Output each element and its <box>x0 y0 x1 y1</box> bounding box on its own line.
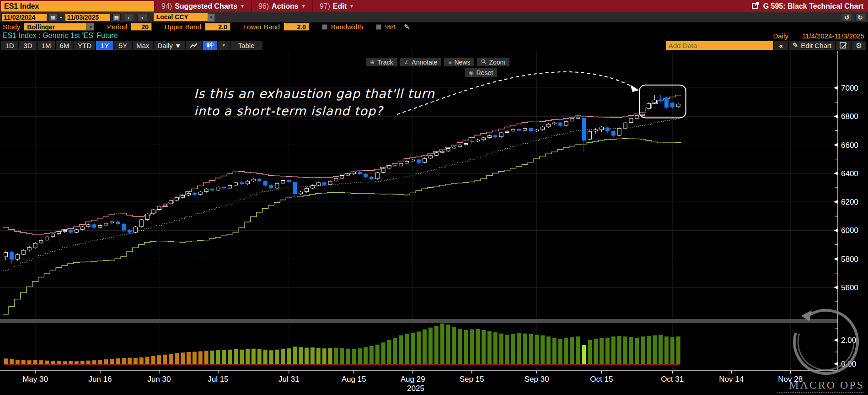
bandwidth-bar <box>647 336 651 364</box>
bandwidth-bar <box>529 334 533 364</box>
bandwidth-bar <box>423 330 427 364</box>
end-date-input[interactable]: 11/03/2025 <box>65 14 111 22</box>
price-axis-label: 6000 <box>841 226 858 235</box>
start-date-input[interactable]: 11/02/2024 <box>1 14 47 22</box>
upper-band-input[interactable]: 2.0 <box>205 23 230 31</box>
bandwidth-bar <box>216 350 220 364</box>
menu-suggested-charts[interactable]: 94) Suggested Charts ▼ <box>154 0 251 12</box>
redo-button[interactable]: ↻ <box>855 14 865 22</box>
security-ticker-input[interactable]: ES1 Index <box>1 1 154 11</box>
period-input[interactable]: 20 <box>131 23 152 31</box>
menu-actions[interactable]: 96) Actions ▼ <box>251 0 312 12</box>
bandwidth-bar <box>234 349 238 364</box>
bandwidth-bar <box>482 330 486 364</box>
candle-up <box>387 166 391 168</box>
calendar-icon[interactable]: ▦ <box>113 14 121 22</box>
bandwidth-bar <box>641 336 645 364</box>
bandwidth-bar <box>547 336 551 364</box>
study-select[interactable]: Bollinger <box>24 23 87 31</box>
currency-select[interactable]: Local CCY <box>154 13 208 21</box>
bandwidth-bar <box>69 361 73 364</box>
frequency-select[interactable]: Daily ▼ <box>154 41 185 50</box>
reset-button[interactable]: ◉ Reset <box>465 68 497 77</box>
bandwidth-bar <box>63 361 67 364</box>
candle-up <box>505 131 509 132</box>
zoom-button[interactable]: Zoom <box>477 58 509 66</box>
tab-5y[interactable]: 5Y <box>114 41 132 50</box>
tab-ytd[interactable]: YTD <box>74 41 95 50</box>
bw-tick-arrow <box>834 362 838 366</box>
candle-up <box>346 174 350 175</box>
chart-type-dropdown[interactable]: ▼ <box>218 41 230 50</box>
candle-down <box>358 172 362 174</box>
track-button[interactable]: ⊕ Track <box>366 58 397 66</box>
bandwidth-bar <box>452 327 456 364</box>
chart-title: G 595: Black Technical Chart <box>763 2 863 11</box>
tab-3d[interactable]: 3D <box>19 41 37 50</box>
candle-down <box>210 189 214 190</box>
candle-up <box>151 210 155 214</box>
bandwidth-bar <box>228 350 232 364</box>
add-data-input[interactable]: Add Data <box>666 41 773 50</box>
bandwidth-bar <box>16 360 20 364</box>
bandwidth-bar <box>499 334 504 364</box>
candle-up <box>352 172 356 174</box>
time-axis-label: Sep 30 <box>525 375 549 384</box>
bandwidth-bar <box>381 342 386 364</box>
bandwidth-bar <box>429 328 433 364</box>
candle-up <box>588 131 592 139</box>
candle-up <box>576 117 580 118</box>
candle-up <box>80 227 84 230</box>
lower-band-input[interactable]: 2.0 <box>284 23 309 31</box>
tab-max[interactable]: Max <box>133 41 153 50</box>
tab-1y-selected[interactable]: 1Y <box>96 41 113 50</box>
candle-up <box>157 206 161 209</box>
chart-settings-icon[interactable] <box>836 41 851 50</box>
candle-up <box>635 116 639 119</box>
candle-up <box>281 180 285 183</box>
tab-1d[interactable]: 1D <box>1 41 18 50</box>
menu-edit[interactable]: 97) Edit ▼ <box>312 0 360 12</box>
bandwidth-bar <box>145 357 150 364</box>
candle-up <box>33 243 37 248</box>
collapse-panel-button[interactable]: « <box>774 41 788 50</box>
bandwidth-checkbox[interactable] <box>322 24 327 30</box>
prev-range-button[interactable]: ‹ <box>124 14 134 22</box>
candle-up <box>234 183 238 185</box>
annotate-button[interactable]: ∠ Annotate <box>400 58 442 66</box>
edit-study-pencil-icon[interactable]: ✎ <box>404 23 410 31</box>
bandwidth-bar <box>517 333 521 364</box>
line-chart-icon[interactable] <box>186 41 202 50</box>
gear-icon[interactable]: ⚙ <box>852 41 866 50</box>
next-range-button[interactable]: › <box>137 14 147 22</box>
candle-up <box>246 181 249 184</box>
table-button[interactable]: Table <box>230 41 263 50</box>
bandwidth-bar <box>576 336 580 364</box>
candle-up <box>423 158 426 162</box>
price-axis-label: 6400 <box>841 169 858 178</box>
export-icon[interactable] <box>752 2 759 11</box>
candle-down <box>470 141 474 142</box>
news-button[interactable]: ≡ News <box>444 58 474 66</box>
pane-divider[interactable] <box>0 319 838 323</box>
tab-1m[interactable]: 1M <box>38 41 55 50</box>
calendar-icon[interactable]: ▦ <box>49 14 57 22</box>
edit-chart-button[interactable]: ✎ Edit Chart <box>789 41 835 50</box>
candle-up <box>51 234 55 237</box>
bandwidth-bar <box>582 345 586 364</box>
candle-down <box>670 103 675 107</box>
bandwidth-bar <box>293 346 297 364</box>
tab-6m[interactable]: 6M <box>56 41 73 50</box>
candle-up <box>476 140 480 141</box>
candle-down <box>122 224 126 231</box>
chevron-down-icon[interactable]: ▼ <box>208 13 215 22</box>
undo-button[interactable]: ↺ <box>842 14 852 22</box>
chevron-down-icon[interactable]: ▼ <box>87 23 94 31</box>
bandwidth-bar <box>204 351 209 364</box>
bandwidth-bar <box>358 348 362 364</box>
reset-button-wrap: ◉ Reset <box>465 68 497 77</box>
candle-chart-icon[interactable] <box>203 41 217 50</box>
pctb-checkbox[interactable] <box>376 24 381 30</box>
bandwidth-bar <box>316 348 321 364</box>
bandwidth-bar <box>629 337 633 364</box>
